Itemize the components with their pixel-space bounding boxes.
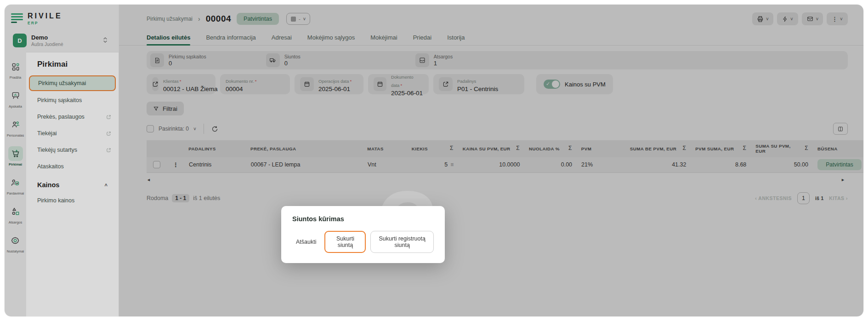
- siuntos-kurimas-dialog: Siuntos kūrimas Atšaukti Sukurti siuntą …: [281, 206, 445, 263]
- app-window: RIVILE ERP D Demo Aušra Juodienė: [5, 5, 863, 316]
- create-shipment-button[interactable]: Sukurti siuntą: [324, 231, 366, 253]
- modal-overlay-full: [5, 5, 863, 316]
- cancel-button[interactable]: Atšaukti: [292, 235, 320, 249]
- dialog-title: Siuntos kūrimas: [292, 215, 434, 223]
- create-registered-shipment-button[interactable]: Sukurti registruotą siuntą: [370, 231, 434, 253]
